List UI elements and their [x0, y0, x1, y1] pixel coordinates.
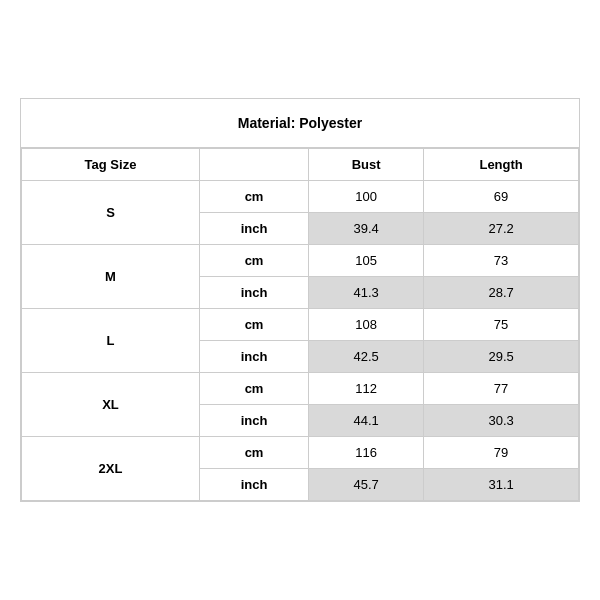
length-inch-value: 27.2 — [424, 213, 579, 245]
tag-size-cell: L — [22, 309, 200, 373]
unit-inch-cell: inch — [199, 277, 308, 309]
length-cm-value: 75 — [424, 309, 579, 341]
length-inch-value: 30.3 — [424, 405, 579, 437]
length-cm-value: 77 — [424, 373, 579, 405]
tag-size-cell: S — [22, 181, 200, 245]
bust-inch-value: 42.5 — [309, 341, 424, 373]
header-bust: Bust — [309, 149, 424, 181]
header-length: Length — [424, 149, 579, 181]
tag-size-cell: 2XL — [22, 437, 200, 501]
bust-inch-value: 44.1 — [309, 405, 424, 437]
table-row: 2XLcm11679 — [22, 437, 579, 469]
length-inch-value: 31.1 — [424, 469, 579, 501]
bust-inch-value: 39.4 — [309, 213, 424, 245]
length-cm-value: 73 — [424, 245, 579, 277]
bust-cm-value: 100 — [309, 181, 424, 213]
table-row: Scm10069 — [22, 181, 579, 213]
table-row: Lcm10875 — [22, 309, 579, 341]
bust-cm-value: 105 — [309, 245, 424, 277]
unit-cm-cell: cm — [199, 437, 308, 469]
size-chart-container: Material: Polyester Tag Size Bust Length… — [20, 98, 580, 502]
bust-cm-value: 112 — [309, 373, 424, 405]
unit-inch-cell: inch — [199, 405, 308, 437]
unit-inch-cell: inch — [199, 341, 308, 373]
chart-title: Material: Polyester — [21, 99, 579, 148]
unit-cm-cell: cm — [199, 181, 308, 213]
unit-inch-cell: inch — [199, 213, 308, 245]
header-tag-size: Tag Size — [22, 149, 200, 181]
tag-size-cell: XL — [22, 373, 200, 437]
bust-cm-value: 116 — [309, 437, 424, 469]
length-cm-value: 69 — [424, 181, 579, 213]
header-unit-col — [199, 149, 308, 181]
bust-cm-value: 108 — [309, 309, 424, 341]
unit-cm-cell: cm — [199, 309, 308, 341]
length-inch-value: 29.5 — [424, 341, 579, 373]
size-table: Tag Size Bust Length Scm10069inch39.427.… — [21, 148, 579, 501]
bust-inch-value: 45.7 — [309, 469, 424, 501]
table-header-row: Tag Size Bust Length — [22, 149, 579, 181]
tag-size-cell: M — [22, 245, 200, 309]
table-row: XLcm11277 — [22, 373, 579, 405]
unit-cm-cell: cm — [199, 373, 308, 405]
length-inch-value: 28.7 — [424, 277, 579, 309]
unit-inch-cell: inch — [199, 469, 308, 501]
table-row: Mcm10573 — [22, 245, 579, 277]
length-cm-value: 79 — [424, 437, 579, 469]
unit-cm-cell: cm — [199, 245, 308, 277]
bust-inch-value: 41.3 — [309, 277, 424, 309]
